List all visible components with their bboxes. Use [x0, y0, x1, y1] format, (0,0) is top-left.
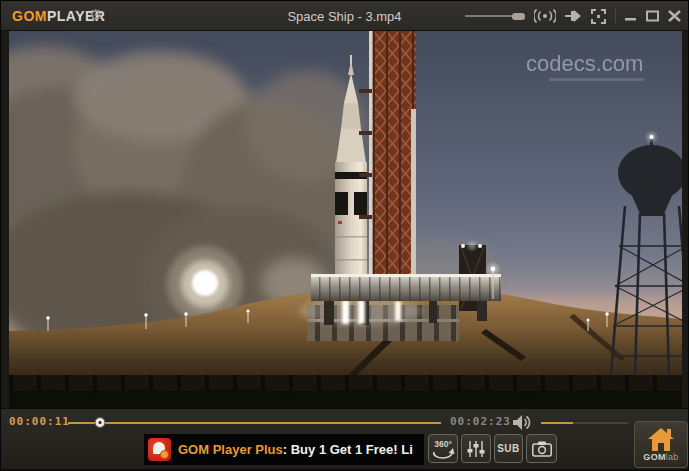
- volume-slider[interactable]: [541, 422, 628, 424]
- transparency-slider-track[interactable]: [465, 15, 513, 17]
- vegetation: [9, 389, 682, 408]
- transparency-slider-knob[interactable]: [512, 13, 525, 20]
- seek-bar[interactable]: [68, 422, 441, 424]
- close-button[interactable]: [668, 10, 681, 22]
- current-time: 00:00:11: [9, 415, 70, 428]
- sub-label: SUB: [497, 443, 520, 454]
- volume-fill: [541, 422, 573, 424]
- titlebar[interactable]: GOMPLAYER ⚙ Space Ship - 3.mp4: [1, 1, 688, 31]
- gomlab-label: GOMlab: [643, 452, 678, 462]
- maximize-button[interactable]: [646, 10, 659, 22]
- subtitles-button[interactable]: SUB: [494, 434, 523, 463]
- equalizer-panel-button[interactable]: [461, 434, 491, 463]
- fullscreen-expand-icon[interactable]: [591, 9, 606, 24]
- video-display-area[interactable]: codecs.com: [9, 31, 682, 408]
- ad-brand: GOM Player Plus: [178, 442, 283, 457]
- video-scene: codecs.com: [9, 31, 682, 408]
- vr-360-button[interactable]: 360°: [428, 434, 458, 463]
- volume-speaker-icon[interactable]: [513, 415, 531, 434]
- seek-handle[interactable]: [95, 417, 106, 428]
- svg-text:codecs.com: codecs.com: [526, 51, 643, 76]
- always-on-top-pin-icon[interactable]: [565, 10, 582, 22]
- titlebar-divider: [615, 9, 616, 23]
- broadcast-icon[interactable]: [534, 9, 556, 23]
- control-bar: 00:00:11 00:02:23: [1, 408, 689, 471]
- total-time: 00:02:23: [450, 415, 511, 428]
- gom-mascot-icon: [148, 438, 171, 461]
- titlebar-controls: [465, 1, 681, 31]
- gom-player-window: GOMPLAYER ⚙ Space Ship - 3.mp4: [0, 0, 689, 471]
- svg-text:360°: 360°: [434, 439, 452, 449]
- ad-banner[interactable]: GOM Player Plus: Buy 1 Get 1 Free! Li: [144, 434, 424, 465]
- ad-text: GOM Player Plus: Buy 1 Get 1 Free! Li: [178, 442, 413, 457]
- minimize-button[interactable]: [625, 10, 637, 22]
- snapshot-camera-button[interactable]: [526, 434, 557, 463]
- ad-message: : Buy 1 Get 1 Free! Li: [283, 442, 413, 457]
- home-icon: [648, 428, 674, 451]
- gomlab-home-button[interactable]: GOMlab: [634, 421, 688, 468]
- transparency-slider[interactable]: [465, 13, 525, 20]
